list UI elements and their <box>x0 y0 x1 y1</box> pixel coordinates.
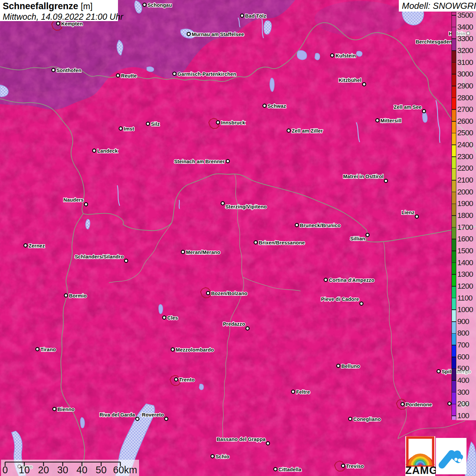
colorbar-tick <box>452 109 456 110</box>
lake-reschensee <box>86 219 90 229</box>
title-box: Schneefallgrenze [m] Mittwoch, 14.09.202… <box>0 0 118 21</box>
city-dot <box>216 121 220 124</box>
colorbar-tick-label: 2800 <box>457 94 476 102</box>
km-label: 40 <box>76 464 87 476</box>
colorbar-band <box>452 180 456 192</box>
city-dot <box>146 122 150 125</box>
colorbar-band <box>452 86 456 98</box>
model-label: Modell: SNOWGRID <box>399 0 476 11</box>
colorbar-tick-label: 1100 <box>457 294 476 302</box>
city-label: Bormio <box>69 293 87 299</box>
city-dot <box>263 104 266 107</box>
km-label: 0 <box>2 464 8 476</box>
city-label: Innsbruck <box>221 120 245 125</box>
title-unit: [m] <box>81 1 93 11</box>
city-dot <box>136 417 139 421</box>
colorbar-tick <box>452 15 456 16</box>
colorbar-band <box>452 74 456 86</box>
colorbar-band <box>452 286 456 298</box>
city-label: Sonthofen <box>56 68 81 73</box>
colorbar-tick-label: 600 <box>457 353 476 361</box>
colorbar-band <box>452 192 456 204</box>
colorbar-tick-label: 2100 <box>457 176 476 184</box>
colorbar-tick <box>452 98 456 98</box>
colorbar-tick <box>452 309 456 310</box>
colorbar-tick-label: 1200 <box>457 282 476 290</box>
colorbar-tick <box>452 321 456 322</box>
city-label: Kempten <box>61 21 83 27</box>
colorbar-band <box>452 274 456 286</box>
colorbar-tick-label: 3300 <box>457 35 476 43</box>
colorbar-tick-label: 200 <box>457 400 476 408</box>
colorbar-band <box>452 168 456 180</box>
colorbar-tick-label: 1600 <box>457 235 476 243</box>
city-label: Reutte <box>121 73 137 79</box>
colorbar-tick-label: 1900 <box>457 200 476 208</box>
city-label: Landeck <box>97 148 118 154</box>
city-label: Bassano del Grappa <box>217 437 266 442</box>
city-label: Schongau <box>148 2 172 8</box>
colorbar-tick <box>452 168 456 169</box>
colorbar-tick <box>452 274 456 275</box>
colorbar-band <box>452 145 456 157</box>
colorbar-tick <box>452 62 456 63</box>
colorbar-tick <box>452 27 456 28</box>
city-dot <box>173 72 176 75</box>
city-label: Schio <box>216 454 229 459</box>
colorbar-tick-label: 2200 <box>457 164 476 172</box>
lake-tegernsee <box>297 51 307 60</box>
city-label: Murnau am Staffelsee <box>192 32 244 37</box>
city-dot <box>174 378 178 381</box>
city-label: Berchtesgaden <box>416 39 452 45</box>
city-dot <box>324 278 327 282</box>
city-label: Nauders <box>64 197 84 203</box>
lake-plansee <box>147 67 154 71</box>
colorbar-tick-label: 2700 <box>457 105 476 114</box>
weather-map: SchongauBad TölzKemptenMurnau am Staffel… <box>0 0 476 476</box>
colorbar-tick-label: 3200 <box>457 47 476 55</box>
city-label: Predazzo <box>223 321 245 327</box>
city-dot <box>246 327 249 330</box>
colorbar-band <box>452 357 456 369</box>
city-dot <box>119 127 122 130</box>
colorbar-tick-label: 800 <box>457 329 476 337</box>
city-label: Pieve di Cadore <box>321 296 359 302</box>
colorbar-tick <box>452 345 456 345</box>
colorbar-tick <box>452 392 456 393</box>
city-dot <box>206 291 210 295</box>
city-dot <box>165 417 168 421</box>
colorbar-tick <box>452 415 456 416</box>
city-dot <box>330 54 334 57</box>
zamg-logo: ZAMG <box>405 436 435 476</box>
colorbar-tick <box>452 50 456 51</box>
city-dot <box>221 202 224 205</box>
colorbar-tick-label: 700 <box>457 341 476 349</box>
city-label: Belluno <box>341 363 360 369</box>
colorbar-tick <box>452 333 456 334</box>
city-label: Mezzolombardo <box>176 347 214 353</box>
city-dot <box>211 455 214 458</box>
city-label: Rovereto <box>142 412 164 418</box>
city-dot <box>143 3 146 6</box>
colorbar-tick-label: 2000 <box>457 188 476 196</box>
colorbar-tick-label: 400 <box>457 376 476 385</box>
city-dot <box>36 347 39 351</box>
city-dot <box>226 159 230 163</box>
colorbar-tick-label: 2400 <box>457 141 476 149</box>
colorbar-tick-label: 500 <box>457 364 476 373</box>
colorbar-band <box>452 63 456 74</box>
city-dot <box>384 179 388 183</box>
city-label: Cles <box>167 315 178 321</box>
city-dot <box>52 68 55 72</box>
city-label: Imst <box>124 126 134 132</box>
colorbar-band <box>452 51 456 63</box>
colorbar-tick <box>452 180 456 181</box>
colorbar-tick-label: 1700 <box>457 223 476 232</box>
city-dot <box>124 259 128 262</box>
city-dot <box>92 149 96 152</box>
colorbar-tick <box>452 239 456 239</box>
city-dot <box>295 223 299 227</box>
colorbar-tick <box>452 215 456 216</box>
city-label: Feltre <box>296 389 310 395</box>
city-label: Lienz <box>402 210 414 215</box>
